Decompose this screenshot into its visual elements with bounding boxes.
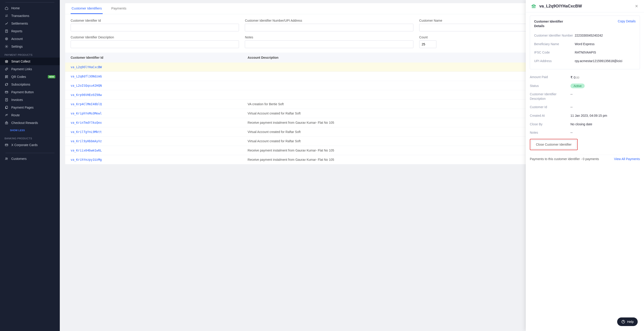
sidebar-item-x-corporate-cards[interactable]: X Corporate Cards	[0, 141, 60, 149]
route-icon	[4, 113, 8, 117]
sidebar-item-settings[interactable]: Settings	[0, 43, 60, 50]
identifier-id-link[interactable]: va_Krp96VHEo9Z98w	[71, 93, 102, 97]
sidebar-item-reports[interactable]: Reports	[0, 27, 60, 35]
detail-key: Created At	[530, 114, 570, 118]
tab-payments[interactable]: Payments	[110, 3, 127, 14]
panel-title: va_L2q9OlYHaCxcBW	[539, 4, 634, 9]
identifier-id-link[interactable]: va_L2oISQqsu42HQN	[71, 84, 102, 87]
identifier-id-link[interactable]: va_L2q9OlYHaCxcBW	[71, 65, 102, 69]
filter-notes-input[interactable]	[245, 41, 413, 48]
sidebar-item-transactions[interactable]: Transactions	[0, 12, 60, 20]
detail-value: --	[570, 92, 640, 101]
help-floating-button[interactable]: Help	[617, 317, 638, 326]
bank-icon	[4, 59, 8, 64]
identifier-id-link[interactable]: va_KrilTgYnL9Mktt	[71, 130, 102, 134]
sidebar-item-label: Invoices	[11, 98, 23, 102]
circle-icon	[4, 37, 8, 41]
detail-value: --	[570, 131, 640, 135]
filter-id-label: Customer Identifier Id	[71, 19, 239, 22]
svg-point-12	[6, 158, 6, 159]
sidebar-item-customers[interactable]: Customers	[0, 155, 60, 163]
detail-value: 11 Jan 2023, 04:09:15 pm	[570, 114, 640, 118]
sidebar-item-label: Subscriptions	[11, 83, 30, 86]
identifier-id-link[interactable]: va_KrihYezpy1UzMg	[71, 158, 102, 161]
detail-key: Customer Identifier Number	[534, 34, 575, 38]
svg-rect-9	[6, 106, 8, 108]
tab-customer-identifiers[interactable]: Customer Identifiers	[71, 3, 103, 14]
gear-icon	[4, 45, 8, 49]
link-icon	[4, 67, 8, 71]
filter-number-label: Customer Identifier Number/UPI Address	[245, 19, 413, 22]
home-icon	[4, 6, 8, 10]
sidebar-item-label: Payment Button	[11, 90, 34, 94]
detail-value: rpy.acmestar121599135618@icici	[575, 59, 636, 64]
section-payment-label: PAYMENT PRODUCTS	[0, 50, 60, 58]
detail-value: 2223330045240242	[575, 34, 636, 38]
sidebar-item-settlements[interactable]: Settlements	[0, 20, 60, 27]
status-badge: Active	[570, 84, 585, 88]
filter-desc-input[interactable]	[71, 41, 239, 48]
detail-value: Word Express	[575, 42, 636, 47]
close-icon[interactable]	[634, 4, 638, 8]
detail-key: Customer Identifier Description	[530, 92, 570, 101]
sidebar-item-payment-pages[interactable]: Payment Pages	[0, 104, 60, 111]
identifier-id-link[interactable]: va_Kril9yHbbmAyVz	[71, 139, 102, 143]
sidebar-item-checkout-rewards[interactable]: Checkout Rewards	[0, 119, 60, 127]
sidebar-item-payment-button[interactable]: Payment Button	[0, 88, 60, 96]
sidebar-item-label: Checkout Rewards	[11, 121, 38, 125]
sidebar-item-home[interactable]: Home	[0, 4, 60, 12]
sidebar-item-smart-collect[interactable]: Smart Collect	[0, 58, 60, 65]
bank-icon	[531, 4, 536, 9]
close-customer-identifier-button[interactable]: Close Customer Identifier	[531, 140, 576, 149]
sidebar-item-label: Settings	[11, 45, 23, 48]
detail-key: Close By	[530, 122, 570, 127]
detail-value: No closing date	[570, 122, 640, 127]
filter-number-input[interactable]	[245, 24, 413, 31]
sidebar-item-label: Settlements	[11, 22, 28, 25]
payments-summary-text: Payments to this customer identifier - 0…	[530, 157, 599, 161]
detail-value: RATN0VAAPIS	[575, 50, 636, 55]
identifier-id-link[interactable]: va_Krp4ClMmI48blQ	[71, 102, 102, 106]
swap-icon	[4, 14, 8, 18]
sidebar-item-label: Route	[11, 113, 20, 117]
sidebar-item-account[interactable]: Account	[0, 35, 60, 43]
section-banking-label: BANKING PRODUCTS	[0, 134, 60, 141]
status-label: Status	[530, 84, 570, 88]
svg-point-2	[6, 38, 7, 39]
show-less-link[interactable]: SHOW LESS	[0, 127, 60, 134]
detail-value: --	[570, 105, 640, 110]
sidebar-item-label: Payment Links	[11, 67, 32, 71]
svg-point-3	[6, 46, 7, 47]
detail-card-title: Customer Identifier Details	[534, 20, 570, 28]
view-all-payments-link[interactable]: View All Payments	[614, 157, 640, 161]
identifier-id-link[interactable]: va_KriphYeMo3Mewl	[71, 112, 102, 115]
sidebar-item-qr-codes[interactable]: QR CodesNEW	[0, 73, 60, 81]
amount-paid-value: ₹ 0.00	[570, 75, 640, 80]
svg-point-13	[7, 158, 8, 159]
refresh-icon	[4, 82, 8, 87]
svg-rect-11	[5, 144, 8, 146]
filter-count-input[interactable]	[419, 41, 436, 48]
sidebar-item-subscriptions[interactable]: Subscriptions	[0, 81, 60, 88]
help-icon	[621, 320, 625, 324]
sidebar-item-label: Smart Collect	[11, 60, 30, 63]
svg-rect-7	[5, 91, 8, 93]
detail-key: IFSC Code	[534, 50, 575, 55]
svg-rect-6	[6, 77, 6, 78]
svg-rect-4	[6, 76, 6, 77]
chart-icon	[4, 22, 8, 26]
sidebar-item-payment-links[interactable]: Payment Links	[0, 65, 60, 73]
filter-id-input[interactable]	[71, 24, 239, 31]
amount-paid-label: Amount Paid	[530, 75, 570, 80]
sidebar-item-label: X Corporate Cards	[11, 143, 38, 147]
col-header-id: Customer Identifier Id	[65, 53, 242, 63]
copy-details-link[interactable]: Copy Details	[618, 20, 636, 28]
identifier-id-link[interactable]: va_KrinTmdY7AsQex	[71, 121, 102, 124]
sidebar-item-route[interactable]: Route	[0, 111, 60, 119]
identifier-id-link[interactable]: va_Kriix64bwm1w6L	[71, 149, 102, 152]
detail-key: UPI Address	[534, 59, 575, 64]
identifier-id-link[interactable]: va_L2q8dfl3ONdzmG	[71, 75, 102, 78]
gift-icon	[4, 121, 8, 125]
sidebar-item-invoices[interactable]: Invoices	[0, 96, 60, 104]
sidebar-item-label: Payment Pages	[11, 106, 34, 109]
